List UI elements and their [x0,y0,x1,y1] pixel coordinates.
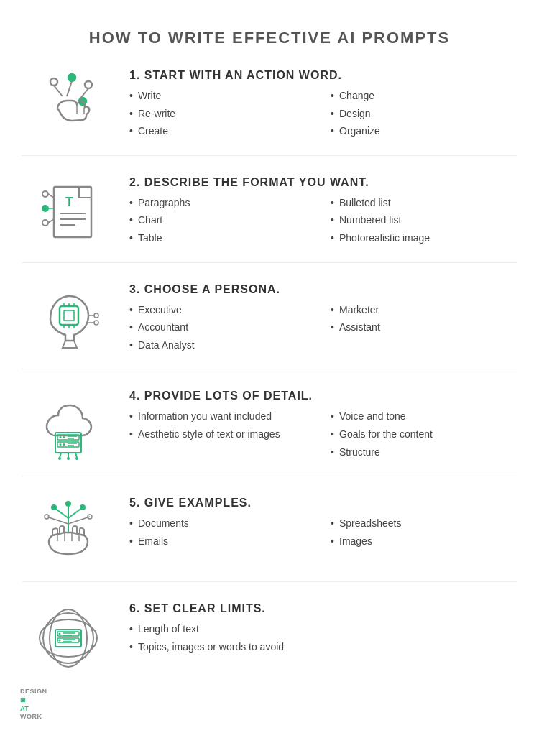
bullet-item: Data Analyst [129,338,316,353]
svg-line-45 [75,453,77,458]
bullet-item: Emails [129,535,316,549]
svg-point-35 [60,436,62,438]
bullet-item: Executive [129,303,316,318]
bullet-item: Create [129,124,316,139]
bullet-item: Numbered list [331,213,517,228]
section-title: 3. CHOOSE A PERSONA. [129,283,517,296]
section-content-action-word: 1. START WITH AN ACTION WORD. WriteRe-wr… [122,69,517,142]
svg-point-71 [59,640,61,642]
bullet-col-1: WriteRe-writeCreate [129,89,316,142]
svg-point-11 [42,220,48,226]
bullet-item: Structure [331,446,517,460]
section-title: 1. START WITH AN ACTION WORD. [129,69,517,82]
svg-point-0 [50,78,57,86]
bullet-item: Spreadsheets [331,517,517,531]
svg-point-9 [42,191,48,197]
section-icon-format: T [22,176,122,248]
bullet-item: Assistant [331,321,517,335]
section-format: T 2. DESCRIBE THE FORMAT YOU WANT. Parag… [22,176,517,263]
bullets-row: WriteRe-writeCreate ChangeDesignOrganize [129,89,517,142]
section-icon-persona [22,283,122,355]
bullet-item: Photorealistic image [331,231,517,246]
page: HOW TO WRITE EFFECTIVE AI PROMPTS 1. STA… [0,0,539,736]
svg-rect-20 [60,306,78,325]
svg-rect-21 [64,310,74,321]
bullet-col-2: MarketerAssistant [331,303,517,356]
svg-line-53 [47,517,68,524]
section-icon-action-word [22,69,122,141]
bullets-row: Length of textTopics, images or words to… [129,622,517,658]
svg-point-36 [60,443,62,446]
bullet-item: Topics, images or words to avoid [129,640,517,655]
svg-point-31 [94,321,98,325]
section-title: 6. SET CLEAR LIMITS. [129,602,517,615]
bullet-col-2: SpreadsheetsImages [331,517,517,552]
svg-point-38 [63,443,65,446]
bullet-item: Write [129,89,316,103]
logo-line1: DESIGN [20,688,47,696]
bullet-item: Re-write [129,107,316,121]
svg-line-4 [67,81,72,96]
bullet-item: Goals for the content [331,428,517,442]
section-icon-limits [22,602,122,674]
section-content-examples: 5. GIVE EXAMPLES. DocumentsEmails Spread… [122,497,517,552]
section-content-limits: 6. SET CLEAR LIMITS. Length of textTopic… [122,602,517,658]
bullets-row: ExecutiveAccountantData Analyst Marketer… [129,303,517,356]
bullet-col-2: ChangeDesignOrganize [331,89,517,142]
svg-point-2 [85,81,92,88]
svg-point-55 [51,504,57,510]
bullet-col-1: Information you want includedAesthetic s… [129,410,316,463]
bullet-item: Voice and tone [331,410,517,424]
bullet-item: Change [331,89,517,103]
bullet-col-1: ExecutiveAccountantData Analyst [129,303,316,356]
section-content-format: 2. DESCRIBE THE FORMAT YOU WANT. Paragra… [122,176,517,249]
bullet-col-2: Voice and toneGoals for the contentStruc… [331,410,517,463]
svg-point-48 [75,457,78,460]
bullet-col-1: DocumentsEmails [129,517,316,552]
bullet-item: Bulleted list [331,196,517,211]
logo-line2: WORK [20,713,47,722]
svg-line-5 [54,86,63,96]
bullet-item: Images [331,535,517,549]
bullet-item: Documents [129,517,316,531]
svg-point-29 [94,313,98,318]
bullet-item: Length of text [129,622,517,637]
logo-at: ⊠ AT [20,696,47,713]
section-examples: 5. GIVE EXAMPLES. DocumentsEmails Spread… [22,497,517,582]
bullet-item: Aesthetic style of text or images [129,428,316,442]
svg-line-43 [60,453,61,458]
section-icon-detail [22,389,122,461]
svg-point-37 [63,436,65,438]
bullet-item: Organize [331,124,517,139]
svg-text:T: T [65,195,73,209]
bullet-item: Chart [129,213,316,228]
section-icon-examples [22,497,122,568]
section-action-word: 1. START WITH AN ACTION WORD. WriteRe-wr… [22,69,517,156]
bullet-item: Table [129,231,316,246]
bullet-item: Information you want included [129,410,316,424]
page-title: HOW TO WRITE EFFECTIVE AI PROMPTS [22,29,517,47]
section-title: 2. DESCRIBE THE FORMAT YOU WANT. [129,176,517,189]
bullet-col-2: Bulleted listNumbered listPhotorealistic… [331,196,517,249]
section-content-detail: 4. PROVIDE LOTS OF DETAIL. Information y… [122,389,517,463]
bullets-row: Information you want includedAesthetic s… [129,410,517,463]
svg-point-70 [59,633,61,635]
svg-point-56 [65,501,71,507]
logo: DESIGN ⊠ AT WORK [20,688,47,722]
svg-point-47 [67,457,70,460]
bullet-item: Accountant [129,321,316,335]
bullet-item: Marketer [331,303,517,318]
bullets-row: DocumentsEmails SpreadsheetsImages [129,517,517,552]
bullet-item: Paragraphs [129,196,316,211]
svg-point-10 [42,206,48,211]
section-title: 5. GIVE EXAMPLES. [129,497,517,510]
svg-point-46 [58,457,61,460]
section-title: 4. PROVIDE LOTS OF DETAIL. [129,389,517,402]
section-persona: 3. CHOOSE A PERSONA. ExecutiveAccountant… [22,283,517,370]
section-limits: 6. SET CLEAR LIMITS. Length of textTopic… [22,602,517,687]
svg-line-54 [68,517,90,524]
svg-point-57 [80,504,86,510]
bullets-row: ParagraphsChartTable Bulleted listNumber… [129,196,517,249]
bullet-col-1: ParagraphsChartTable [129,196,316,249]
svg-point-1 [68,74,75,81]
